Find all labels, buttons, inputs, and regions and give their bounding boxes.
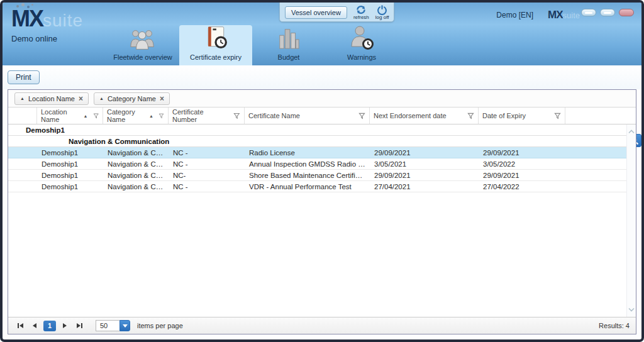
table-row[interactable]: Demoship1 Navigation & Comm... NC - Annu… [8,158,636,170]
grid-body: Demoship1 Navigation & Communication Dem… [8,124,636,317]
group-row-location[interactable]: Demoship1 [8,124,636,136]
tab-budget[interactable]: Budget [252,25,325,65]
table-row[interactable]: Demoship1 Navigation & Comm... NC- Shore… [8,170,636,181]
remove-group-icon[interactable]: × [79,94,83,103]
results-count: Results: 4 [599,322,630,329]
group-chip-location-name[interactable]: ▲ Location Name × [14,92,89,105]
column-header-category-name[interactable]: Category Name ▲ [103,108,169,124]
filter-icon[interactable] [233,113,240,119]
toolbar: Print Due in 12 months [3,65,641,89]
window-controls [581,9,634,16]
items-per-page-label: items per page [137,322,183,329]
person-clock-icon [349,25,374,50]
group-row-category[interactable]: Navigation & Communication [8,136,636,147]
mini-logo: MXsuite [548,9,580,21]
last-page-button[interactable] [74,320,85,331]
current-page-button[interactable]: 1 [43,321,56,331]
vessel-overview-button[interactable]: Vessel overview [285,6,347,19]
column-header-certificate-name[interactable]: Certificate Name [245,108,370,124]
filter-icon[interactable] [93,113,99,119]
print-button[interactable]: Print [8,70,40,84]
filter-icon[interactable] [554,113,561,119]
column-header-location-name[interactable]: Location Name ▲ [37,108,103,124]
refresh-label: refresh [353,15,369,20]
remove-group-icon[interactable]: × [160,94,164,103]
filter-icon[interactable] [358,113,365,119]
next-page-icon [63,323,67,328]
next-page-button[interactable] [59,320,70,331]
logoff-label: log off [375,15,389,20]
chevron-down-icon [123,324,128,328]
previous-page-icon [33,323,36,328]
page-size-dropdown[interactable]: 50 [96,320,130,331]
app-window: MXsuite Demo online Vessel overview refr… [0,0,644,342]
previous-page-button[interactable] [29,320,40,331]
column-header-date-of-expiry[interactable]: Date of Expiry [479,108,565,124]
minimize-button[interactable] [581,9,596,16]
filter-icon[interactable] [467,113,474,119]
page-size-dropdown-button[interactable] [119,320,130,331]
top-action-panel: Vessel overview refresh log off [279,3,394,22]
scroll-down-icon[interactable] [628,307,635,312]
tab-label: Budget [278,53,300,61]
refresh-icon [355,4,367,15]
tab-certificate-expiry[interactable]: Certificate expiry [179,25,252,65]
column-header-certificate-number[interactable]: Certificate Number [169,108,245,124]
tab-warnings[interactable]: Warnings [325,25,398,65]
tab-label: Fleetwide overview [113,53,172,61]
column-header-next-endorsement-date[interactable]: Next Endorsement date [370,108,479,124]
table-row[interactable]: Demoship1 Navigation & Comm... NC - Radi… [8,147,636,158]
sort-asc-icon: ▲ [20,96,25,101]
sort-asc-icon: ▲ [99,96,104,101]
refresh-button[interactable]: refresh [353,4,369,20]
header-band: MXsuite Demo online Vessel overview refr… [3,3,641,65]
first-page-button[interactable] [14,320,26,331]
grouping-bar: ▲ Location Name × ▲ Category Name × [8,90,636,108]
filter-icon[interactable] [158,113,164,119]
certificates-grid: ▲ Location Name × ▲ Category Name × Loca… [8,89,636,334]
maximize-button[interactable] [600,9,615,16]
tab-label: Certificate expiry [190,53,242,61]
certificate-clock-icon [203,25,229,50]
table-row[interactable]: Demoship1 Navigation & Comm... NC - VDR … [8,181,636,192]
app-logo: MXsuite [11,8,83,30]
group-chip-label: Location Name [28,95,75,102]
last-page-icon [77,323,80,328]
user-language-label: Demo [EN] [496,11,533,19]
logo-mx: MX [11,6,43,31]
bar-chart-icon [276,26,301,50]
tab-label: Warnings [347,53,376,61]
column-header-empty [8,108,37,124]
sort-asc-icon: ▲ [84,114,88,118]
pager-bar: 1 50 items per page Results: 4 [8,317,636,334]
vertical-scrollbar[interactable] [626,124,636,317]
page-size-value: 50 [96,320,119,331]
sort-asc-icon: ▲ [149,114,153,118]
logoff-button[interactable]: log off [375,4,389,20]
logo-suite: suite [43,11,83,30]
people-group-icon [128,28,157,50]
scroll-up-icon[interactable] [628,130,635,134]
close-button[interactable] [619,9,634,16]
environment-label: Demo online [11,34,57,43]
group-chip-category-name[interactable]: ▲ Category Name × [94,92,170,105]
column-header-trailing-empty [565,108,636,124]
first-page-icon [19,323,23,328]
column-header-row: Location Name ▲ Category Name ▲ Certific… [8,108,636,124]
power-icon [377,4,387,15]
main-tabs: Fleetwide overview Certificate expiry [106,25,398,65]
tab-fleetwide-overview[interactable]: Fleetwide overview [106,25,179,65]
group-chip-label: Category Name [108,95,156,102]
